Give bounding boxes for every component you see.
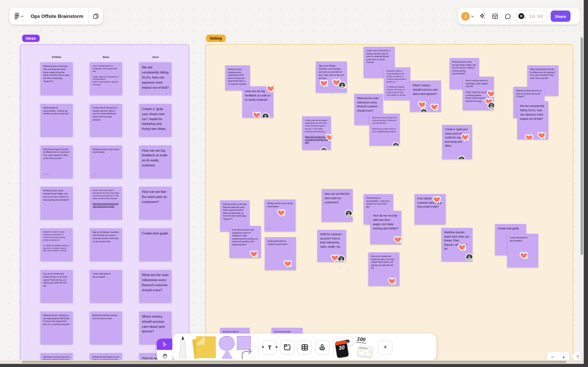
avatar-sticker-icon[interactable] [337,255,346,262]
heart-sticker-icon[interactable] [460,133,470,143]
hand-tool-button[interactable] [157,350,172,361]
main-menu-button[interactable] [9,13,27,20]
sticky-note[interactable]: Create style guide for documentation [507,234,538,267]
templates-button[interactable] [490,13,500,20]
table-tool-button[interactable] [297,340,312,354]
sticky-note-tool[interactable] [193,336,216,358]
sticky-note[interactable]: Restructuring our documentation - what d… [41,104,73,136]
stamp-tool-button[interactable] [315,340,329,354]
heart-sticker-icon[interactable] [429,102,439,112]
sticky-note[interactable]: Working session to learn about email hea… [264,200,295,231]
heart-sticker-icon[interactable] [276,208,286,218]
sticky-note[interactable]: Working session: going through Inkeep in… [41,187,73,219]
heart-sticker-icon[interactable] [537,131,547,139]
user-avatar[interactable]: J [461,12,470,20]
vertical-scrollbar-thumb[interactable] [580,37,583,255]
timer-widget[interactable]: 10:00 [516,10,547,22]
avatar-sticker-icon[interactable] [337,81,347,91]
heart-sticker-icon[interactable] [519,251,529,261]
share-button[interactable]: Share [550,10,570,22]
figjam-canvas[interactable]: Ideas Voting KrithikaBrianJonni Working … [0,0,588,367]
heart-sticker-icon[interactable] [432,195,442,205]
week-planner-sticker[interactable]: Week Planner [357,346,373,358]
stickers-library[interactable]: Jambot 30 100 Week Planner [336,335,377,360]
sticky-note[interactable]: Brainstorm metrics to create reporting o… [384,67,410,100]
sticky-note[interactable]: How do we continuously enable the team t… [41,270,73,302]
zoom-out-button[interactable]: − [551,354,554,360]
sticky-note[interactable]: Sign up for Mailgun, SendGrid, and Postm… [90,228,122,261]
heart-sticker-icon[interactable] [325,133,331,143]
avatar-sticker-icon[interactable] [465,253,472,261]
sticky-note[interactable]: Working session: go through Plain and de… [41,62,73,95]
avatar-sticker-icon[interactable] [419,108,430,112]
sticky-note[interactable]: How can we feel the same pain as custome… [322,189,353,222]
heart-sticker-icon[interactable] [252,110,262,117]
sticky-note[interactable]: How do we continuously enable the team t… [368,252,399,286]
sticky-note[interactable]: Working session: cleaning up and organiz… [41,311,73,344]
sticky-note[interactable]: Create style guide for documentation [90,270,122,302]
avatar-sticker-icon[interactable] [319,147,330,150]
sticky-note[interactable]: We are consistently hitting SLA's, how c… [139,62,171,95]
heart-sticker-icon[interactable] [524,133,534,139]
avatar-sticker-icon[interactable] [261,112,271,117]
current-user-menu[interactable]: J [461,12,474,20]
ai-sparkle-button[interactable] [478,12,487,20]
shape-tools[interactable] [218,335,255,359]
sticky-note[interactable]: Create a "grab your shoes and run" model… [442,125,472,159]
sticky-note[interactable]: Create tone guide. [139,228,171,261]
sticky-note[interactable]: Sign up for Mailgun, SendGrid, and Postm… [316,61,347,92]
sticky-note[interactable]: We are consistently hitting SLA's, how c… [517,101,548,139]
sticky-note[interactable]: Have a working session on Knowledge Cent… [90,62,122,95]
sticky-note[interactable]: Workflow transfer: watch each other use … [441,228,472,261]
avatar-sticker-icon[interactable] [487,101,494,110]
sticky-note[interactable]: Brainstorm metrics to create reporting o… [41,228,73,261]
sticky-note[interactable]: Create a list of "this person is having … [90,104,122,136]
hundred-points-sticker[interactable]: 100 [356,336,367,343]
sticky-note[interactable]: If we rebuilt retool customer view today… [415,194,446,224]
text-tool-button[interactable]: T [262,340,277,354]
sticky-note[interactable]: Create a day-to-day support expectations… [302,116,331,150]
sticky-note[interactable]: Which metrics should success care about … [410,81,441,112]
sticky-note[interactable]: What are the main milestones every Resen… [139,270,171,302]
sticky-note[interactable]: How do we not only add new docs pages, b… [370,211,401,244]
voting-section-label[interactable]: Voting [206,35,225,42]
sticky-note[interactable]: How can we log feedback at scale so its … [242,86,273,117]
horizontal-scrollbar-thumb[interactable] [22,361,566,363]
heart-sticker-icon[interactable] [387,276,397,286]
sticky-note-link[interactable]: https://a16z.com/good-product-manager-ba… [92,202,119,208]
sticky-note[interactable]: If we had an internal "hack week/launch … [229,226,261,258]
ideas-section-label[interactable]: Ideas [22,35,40,42]
connector-arrow-icon[interactable] [241,348,254,359]
sticky-note[interactable]: CRM for customer success? How to track m… [317,230,346,262]
avatar-sticker-icon[interactable] [457,155,467,159]
sticky-note[interactable]: What does success mean for a Resend cust… [370,114,400,145]
select-hand-tool-group[interactable] [157,339,172,361]
heart-sticker-icon[interactable] [457,242,467,253]
avatar-sticker-icon[interactable] [344,209,353,219]
heart-sticker-icon[interactable] [283,259,293,269]
select-tool-button[interactable] [157,339,172,350]
calendar-sticker[interactable]: 30 [335,340,349,358]
sticky-note[interactable]: Create a day-to-day support expectations… [90,187,122,219]
section-tool-button[interactable] [280,340,294,354]
marker-tool[interactable] [178,336,188,359]
heart-sticker-icon[interactable] [266,86,273,94]
zoom-in-button[interactable]: + [562,354,565,360]
ellipse-shape-icon[interactable] [219,336,235,351]
avatar-sticker-icon[interactable] [391,142,400,145]
sticky-note[interactable]: upsell opportunities for customer succes… [265,237,296,270]
heart-sticker-icon[interactable] [249,249,259,258]
sticky-note[interactable]: Have a working session on Knowledge Cent… [463,77,494,110]
file-title[interactable]: Ops Offsite Brainstorm [27,13,87,19]
sticky-note[interactable]: How can we feel the same pain as custome… [139,187,171,219]
heart-sticker-icon[interactable] [319,79,329,89]
square-shape-icon[interactable] [237,336,251,350]
duplicate-file-button[interactable] [89,8,103,25]
sticky-note[interactable]: Brainstorm internal runbooks that we nee… [90,311,122,344]
comments-button[interactable] [503,13,512,20]
heart-sticker-icon[interactable] [393,235,401,244]
sticky-note[interactable]: Working session to learn about email hea… [90,145,122,178]
sticky-note[interactable]: What should support look like for differ… [41,145,73,178]
sticky-note[interactable]: Create a "grab your shoes and run" model… [139,104,171,136]
sticky-note[interactable]: How can we log feedback at scale so its … [139,145,171,178]
